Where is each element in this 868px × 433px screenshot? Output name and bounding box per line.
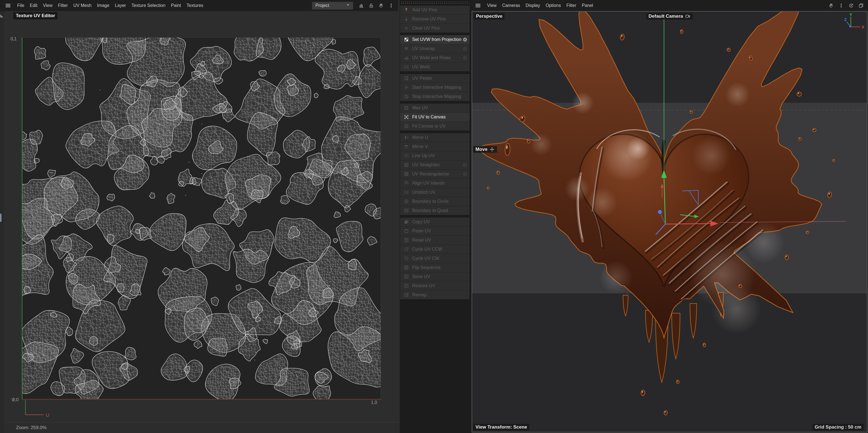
cmd-boundary-to-circle[interactable]: Boundary to Circle [400, 197, 470, 206]
uv-square-u-edge [22, 399, 381, 400]
cmd-remap[interactable]: Remap... [400, 290, 470, 299]
iron-icon [403, 55, 410, 61]
pane-corner-grip[interactable] [0, 15, 3, 18]
menu-item-texture-selection[interactable]: Texture Selection [129, 3, 168, 8]
uv-command-panel: Add UV PinsRemove UV PinsClear UV PinsSe… [400, 0, 470, 433]
grid-spacing-status: Grid Spacing : 50 cm [812, 424, 864, 431]
project-dropdown[interactable]: Project [312, 2, 353, 10]
gear-icon[interactable]: ⚙ [462, 55, 468, 61]
squares-icon [403, 36, 410, 42]
uv-canvas-area[interactable]: 0,1 V 0,0 1,0 U [0, 11, 400, 423]
panel-drag-grip[interactable] [400, 1, 469, 4]
fitcanvas-icon [403, 123, 410, 129]
cmd-label: Restore UV [412, 283, 468, 288]
cmd-add-uv-pins[interactable]: Add UV Pins [400, 5, 470, 15]
menu-item-uv-mesh[interactable]: UV Mesh [70, 3, 94, 8]
cmd-stop-interactive-mapping[interactable]: Stop Interactive Mapping [400, 92, 470, 101]
hand-icon[interactable] [828, 2, 835, 9]
camera-label-chip[interactable]: Default Camera [646, 13, 693, 20]
cmd-cycle-uv-ccw[interactable]: Cycle UV CCW [400, 245, 470, 254]
menu-item-cameras[interactable]: Cameras [499, 3, 523, 8]
cw-icon [403, 255, 410, 261]
menu-item-paint[interactable]: Paint [168, 3, 184, 8]
menu-item-options[interactable]: Options [543, 3, 564, 8]
rotate-icon[interactable] [847, 2, 855, 9]
uv-square-top-edge [22, 37, 381, 38]
menu-item-panel[interactable]: Panel [579, 3, 596, 8]
menu-item-filter[interactable]: Filter [55, 3, 71, 8]
cmd-restore-uv[interactable]: Restore UV [400, 281, 470, 290]
cmd-clear-uv-pins[interactable]: Clear UV Pins [400, 24, 470, 33]
menu-item-file[interactable]: File [14, 3, 27, 8]
menu-item-view[interactable]: View [40, 3, 55, 8]
pin-icon [403, 7, 410, 13]
cmd-store-uv[interactable]: Store UV [400, 272, 470, 281]
uv-square-v-edge [22, 38, 22, 399]
move-icon [489, 147, 495, 152]
unlock-icon[interactable] [368, 2, 375, 9]
viewport-axis-gizmo: Y Z X [837, 12, 865, 31]
cmd-flip-sequence[interactable]: Flip Sequence [400, 263, 470, 272]
viewport-toolbar [825, 2, 868, 9]
cmd-set-uvw-from-projection[interactable]: Set UVW from Projection⚙ [400, 35, 470, 44]
cmd-label: Remove UV Pins [412, 17, 468, 22]
cmd-line-up-uv[interactable]: Line Up UV [400, 151, 470, 161]
menu-item-filter[interactable]: Filter [564, 3, 579, 8]
uv-mesh-canvas[interactable] [22, 38, 381, 399]
viewport-3d[interactable]: Perspective Default Camera Move View Tra… [472, 11, 867, 432]
cmd-uv-unwrap[interactable]: UV Unwrap⚙ [400, 44, 470, 53]
wrench-icon [403, 292, 410, 298]
pan-vertical-icon[interactable] [388, 2, 395, 9]
cmd-unstitch-uv[interactable]: Unstitch UV [400, 188, 470, 197]
cmd-label: Mirror U [412, 135, 468, 140]
tool-label-chip: Move [473, 146, 497, 153]
gizmo-x-label: X [862, 25, 864, 29]
menu-item-textures[interactable]: Textures [184, 3, 206, 8]
camera-cycle-icon[interactable] [685, 13, 690, 19]
menu-item-display[interactable]: Display [523, 3, 542, 8]
quadarrow-icon [403, 207, 410, 213]
cmd-fit-uv-to-canvas[interactable]: Fit UV to Canvas [400, 113, 470, 122]
cmd-uv-weld[interactable]: UV Weld [400, 62, 470, 71]
menu-item-image[interactable]: Image [94, 3, 112, 8]
uv-axis-gizmo: U [24, 399, 57, 419]
cmd-uv-straighten[interactable]: UV Straighten⚙ [400, 161, 470, 170]
cmd-boundary-to-quad[interactable]: Boundary to Quad [400, 206, 470, 215]
maximize-icon[interactable] [858, 2, 865, 9]
cmd-remove-uv-pins[interactable]: Remove UV Pins [400, 15, 470, 24]
cmd-uv-peeler[interactable]: UV Peeler [400, 74, 470, 83]
cmd-mirror-v[interactable]: Mirror V [400, 142, 470, 151]
menu-item-edit[interactable]: Edit [27, 3, 40, 8]
cmd-mirror-u[interactable]: Mirror U [400, 133, 470, 142]
hamburger-menu-icon[interactable] [474, 2, 482, 9]
histogram-icon[interactable] [358, 2, 365, 9]
viewport-menubar: ViewCamerasDisplayOptionsFilterPanel [470, 0, 868, 11]
cmd-max-uv[interactable]: Max UV [400, 104, 470, 113]
gear-icon[interactable]: ⚙ [462, 171, 468, 177]
gear-icon[interactable]: ⚙ [462, 162, 468, 168]
cmd-uv-weld-and-relax[interactable]: UV Weld and Relax⚙ [400, 53, 470, 62]
cmd-reset-uv[interactable]: Reset UV [400, 236, 470, 245]
hamburger-menu-icon[interactable] [4, 2, 12, 9]
chevron-down-icon [345, 2, 351, 9]
view-label-chip[interactable]: Perspective [474, 13, 504, 20]
hand-icon[interactable] [378, 2, 385, 9]
cmd-paste-uv[interactable]: Paste UV [400, 227, 470, 236]
viewport-render-canvas[interactable] [472, 11, 867, 432]
uv-editor-toolbar: Project [312, 2, 398, 10]
menu-item-view[interactable]: View [484, 3, 499, 8]
pane-title: Texture UV Editor [13, 12, 58, 19]
cmd-uv-rectangularize[interactable]: UV Rectangularize⚙ [400, 170, 470, 179]
menu-item-layer[interactable]: Layer [112, 3, 129, 8]
perspective-viewport-pane: ViewCamerasDisplayOptionsFilterPanel Per… [470, 0, 868, 433]
cmd-cycle-uv-cw[interactable]: Cycle UV CW [400, 254, 470, 263]
gear-icon[interactable]: ⚙ [462, 36, 468, 43]
gear-icon[interactable]: ⚙ [462, 46, 468, 52]
pane-splitter-handle[interactable] [0, 213, 1, 222]
cmd-start-interactive-mapping[interactable]: Start Interactive Mapping [400, 83, 470, 92]
cmd-label: Cycle UV CCW [412, 247, 468, 252]
cmd-copy-uv[interactable]: Copy UV [400, 218, 470, 227]
cmd-fit-canvas-to-uv[interactable]: Fit Canvas to UV [400, 122, 470, 131]
cmd-align-uv-islands[interactable]: Align UV Islands [400, 179, 470, 188]
pan-vertical-icon[interactable] [838, 2, 845, 9]
